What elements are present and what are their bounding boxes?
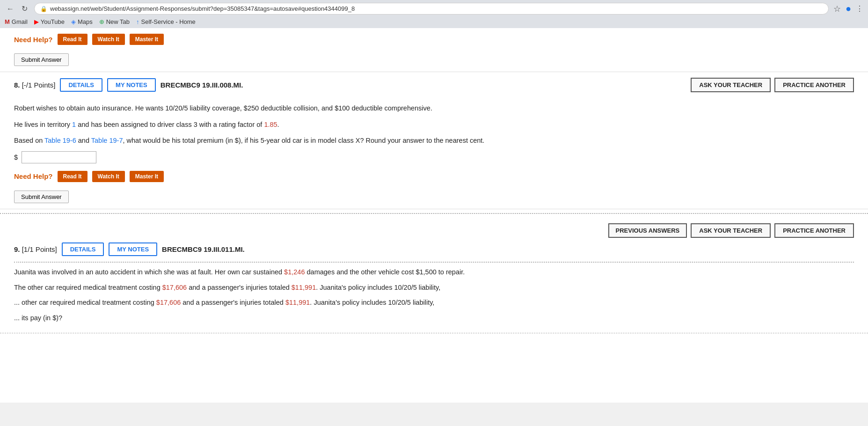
bookmark-youtube[interactable]: ▶ YouTube (34, 18, 65, 25)
question-8-code: BRECMBC9 19.III.008.MI. (160, 81, 686, 89)
bookmarks-bar: M Gmail ▶ YouTube ◈ Maps ⊕ New Tab ↑ Sel… (5, 16, 863, 28)
question-8-line3: Based on Table 19-6 and Table 19-7, what… (14, 135, 854, 147)
practice-another-button-9[interactable]: PRACTICE ANOTHER (774, 223, 854, 238)
address-bar[interactable]: 🔒 webassign.net/web/Student/Assignment-R… (34, 3, 829, 15)
damage-value-4: $17,606 (156, 299, 181, 306)
question-8-body: Robert wishes to obtain auto insurance. … (14, 98, 854, 171)
submit-answer-button-top[interactable]: Submit Answer (14, 53, 69, 66)
profile-icon[interactable]: ● (846, 3, 851, 14)
need-help-label-8: Need Help? (14, 172, 53, 180)
separator-dots-2 (14, 262, 854, 263)
question-8-line1: Robert wishes to obtain auto insurance. … (14, 103, 854, 114)
question-9-points: 9. [1/1 Points] (14, 245, 57, 253)
rating-factor-value: 1.85 (264, 121, 277, 128)
question-9-line4: ... its pay (in $)? (14, 312, 854, 324)
damage-value-1: $1,246 (284, 268, 305, 276)
newtab-label: New Tab (106, 18, 130, 25)
browser-top-bar: ← ↻ 🔒 webassign.net/web/Student/Assignme… (5, 3, 863, 15)
question-9-section: PREVIOUS ANSWERS ASK YOUR TEACHER PRACTI… (0, 218, 868, 334)
need-help-row-8: Need Help? Read It Watch It Master It (14, 171, 854, 182)
question-9-line1: Juanita was involved in an auto accident… (14, 266, 854, 278)
need-help-label-top: Need Help? (14, 36, 53, 44)
question-9-body: Juanita was involved in an auto accident… (14, 266, 854, 324)
refresh-button[interactable]: ↻ (20, 3, 29, 14)
question-8-points: 8. [-/1 Points] (14, 81, 55, 89)
nav-icons: ← ↻ (5, 3, 29, 14)
url-text: webassign.net/web/Student/Assignment-Res… (50, 5, 355, 12)
submit-answer-button-8[interactable]: Submit Answer (14, 191, 69, 203)
top-section: Need Help? Read It Watch It Master It Su… (0, 28, 868, 72)
damage-value-5: $11,991 (285, 299, 310, 306)
question-8-actions: ASK YOUR TEACHER PRACTICE ANOTHER (691, 78, 854, 92)
maps-label: Maps (78, 18, 93, 25)
previous-answers-button-9[interactable]: PREVIOUS ANSWERS (608, 223, 687, 238)
question-9-code: BRECMBC9 19.III.011.MI. (162, 245, 854, 253)
watch-it-button-top[interactable]: Watch It (92, 34, 125, 45)
ask-teacher-button-8[interactable]: ASK YOUR TEACHER (691, 78, 771, 92)
selfservice-icon: ↑ (136, 18, 139, 25)
bookmark-newtab[interactable]: ⊕ New Tab (99, 18, 130, 25)
question-9-line2: The other car required medical treatment… (14, 282, 854, 294)
my-notes-button-8[interactable]: MY NOTES (107, 78, 156, 92)
lock-icon: 🔒 (40, 6, 47, 12)
question-9-line3: ... other car required medical treatment… (14, 297, 854, 308)
read-it-button-8[interactable]: Read It (58, 171, 88, 182)
dollar-sign-8: $ (14, 152, 18, 163)
need-help-row-top: Need Help? Read It Watch It Master It (14, 34, 854, 45)
practice-another-button-8[interactable]: PRACTICE ANOTHER (774, 78, 854, 92)
maps-icon: ◈ (71, 18, 76, 25)
territory-value: 1 (72, 121, 76, 128)
bookmark-selfservice[interactable]: ↑ Self-Service - Home (136, 18, 196, 25)
separator-dots-1 (0, 213, 868, 214)
page-content: Need Help? Read It Watch It Master It Su… (0, 28, 868, 403)
browser-chrome: ← ↻ 🔒 webassign.net/web/Student/Assignme… (0, 0, 868, 28)
table-19-7-link[interactable]: Table 19-7 (91, 137, 123, 144)
watch-it-button-8[interactable]: Watch It (92, 171, 125, 182)
details-button-9[interactable]: DETAILS (62, 242, 104, 256)
question-9-actions-row: PREVIOUS ANSWERS ASK YOUR TEACHER PRACTI… (14, 223, 854, 238)
bookmark-maps[interactable]: ◈ Maps (71, 18, 93, 25)
submit-row-8: Submit Answer (14, 187, 854, 203)
master-it-button-8[interactable]: Master It (130, 171, 164, 182)
gmail-label: Gmail (12, 18, 28, 25)
question-9-header: 9. [1/1 Points] DETAILS MY NOTES BRECMBC… (14, 242, 854, 256)
newtab-icon: ⊕ (99, 18, 104, 25)
master-it-button-top[interactable]: Master It (130, 34, 164, 45)
question-8-header: 8. [-/1 Points] DETAILS MY NOTES BRECMBC… (14, 78, 854, 92)
youtube-icon: ▶ (34, 18, 39, 25)
read-it-button-top[interactable]: Read It (58, 34, 88, 45)
table-19-6-link[interactable]: Table 19-6 (44, 137, 76, 144)
question-8-line2: He lives in territory 1 and has been ass… (14, 119, 854, 131)
details-button-8[interactable]: DETAILS (60, 78, 102, 92)
answer-input-8[interactable] (22, 151, 96, 163)
damage-value-2: $17,606 (162, 284, 187, 291)
gmail-icon: M (5, 18, 10, 25)
back-button[interactable]: ← (5, 4, 16, 14)
youtube-label: YouTube (41, 18, 65, 25)
question-8-section: 8. [-/1 Points] DETAILS MY NOTES BRECMBC… (0, 72, 868, 209)
answer-row-8: $ (14, 151, 854, 163)
bookmark-star-icon[interactable]: ☆ (833, 4, 841, 14)
submit-row-top: Submit Answer (14, 50, 854, 66)
bookmark-gmail[interactable]: M Gmail (5, 18, 28, 25)
ask-teacher-button-9[interactable]: ASK YOUR TEACHER (691, 223, 771, 238)
menu-icon[interactable]: ⋮ (856, 4, 863, 13)
my-notes-button-9[interactable]: MY NOTES (109, 242, 157, 256)
damage-value-3: $11,991 (292, 284, 316, 291)
selfservice-label: Self-Service - Home (141, 18, 196, 25)
